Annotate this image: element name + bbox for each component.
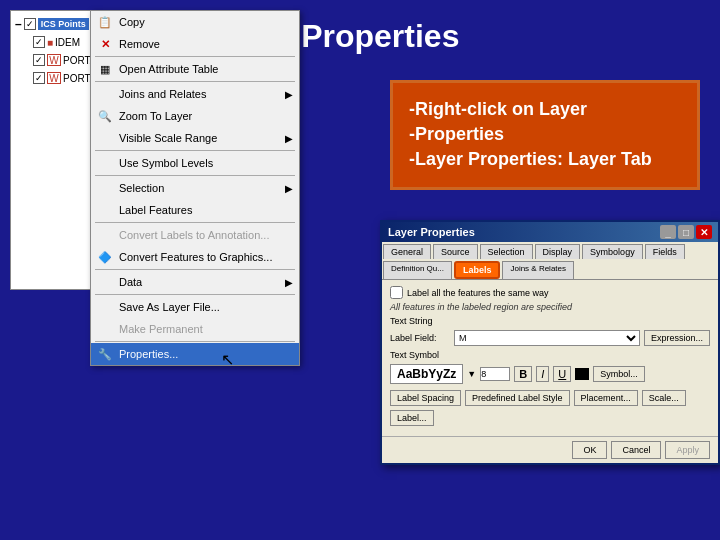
- label-features-check-label: Label all the features the same way: [407, 288, 549, 298]
- label-features-icon: [97, 202, 113, 218]
- tab-definition[interactable]: Definition Qu...: [383, 261, 452, 279]
- label-features-check-row: Label all the features the same way: [390, 286, 710, 299]
- dialog-footer: OK Cancel Apply: [382, 436, 718, 463]
- data-arrow-icon: ▶: [285, 277, 293, 288]
- text-string-row: Text String: [390, 316, 710, 326]
- text-string-label: Text String: [390, 316, 450, 326]
- label-btn[interactable]: Label...: [390, 410, 434, 426]
- menu-item-symbol-levels[interactable]: Use Symbol Levels: [91, 152, 299, 174]
- menu-item-properties[interactable]: 🔧 Properties... ↖: [91, 343, 299, 365]
- separator-8: [95, 341, 295, 342]
- menu-item-data[interactable]: Data ▶: [91, 271, 299, 293]
- menu-data-label: Data: [119, 276, 142, 288]
- separator-2: [95, 81, 295, 82]
- menu-joins-label: Joins and Relates: [119, 88, 206, 100]
- placement-btn[interactable]: Placement...: [574, 390, 638, 406]
- ok-button[interactable]: OK: [572, 441, 607, 459]
- selection-arrow-icon: ▶: [285, 183, 293, 194]
- menu-item-copy[interactable]: 📋 Copy: [91, 11, 299, 33]
- menu-item-label-features[interactable]: Label Features: [91, 199, 299, 221]
- separator-5: [95, 222, 295, 223]
- menu-item-remove[interactable]: ✕ Remove: [91, 33, 299, 55]
- symbol-btn[interactable]: Symbol...: [593, 366, 645, 382]
- remove-icon: ✕: [97, 36, 113, 52]
- font-color-picker[interactable]: [575, 368, 589, 380]
- menu-scale-range-label: Visible Scale Range: [119, 132, 217, 144]
- underline-btn[interactable]: U: [553, 366, 571, 382]
- tree-checkbox-3[interactable]: ✓: [33, 54, 45, 66]
- dialog-title: Layer Properties: [388, 226, 475, 238]
- symbol-levels-icon: [97, 155, 113, 171]
- menu-copy-label: Copy: [119, 16, 145, 28]
- menu-label-features-label: Label Features: [119, 204, 192, 216]
- font-size-input[interactable]: [480, 367, 510, 381]
- menu-properties-label: Properties...: [119, 348, 178, 360]
- dialog-minimize-btn[interactable]: _: [660, 225, 676, 239]
- dialog-tabs: General Source Selection Display Symbolo…: [382, 242, 718, 280]
- italic-btn[interactable]: I: [536, 366, 549, 382]
- separator-4: [95, 175, 295, 176]
- copy-icon: 📋: [97, 14, 113, 30]
- tree-checkbox-4[interactable]: ✓: [33, 72, 45, 84]
- convert-labels-icon: [97, 227, 113, 243]
- tab-labels[interactable]: Labels: [454, 261, 501, 279]
- properties-icon: 🔧: [97, 346, 113, 362]
- menu-item-convert-labels[interactable]: Convert Labels to Annotation...: [91, 224, 299, 246]
- tab-source[interactable]: Source: [433, 244, 478, 259]
- menu-item-make-permanent[interactable]: Make Permanent: [91, 318, 299, 340]
- label-field-label: Label Field:: [390, 333, 450, 343]
- callout-line-1: -Right-click on Layer: [409, 97, 681, 122]
- dialog-close-btn[interactable]: ✕: [696, 225, 712, 239]
- label-spacing-btn[interactable]: Label Spacing: [390, 390, 461, 406]
- menu-zoom-label: Zoom To Layer: [119, 110, 192, 122]
- separator-7: [95, 294, 295, 295]
- tab-fields[interactable]: Fields: [645, 244, 685, 259]
- bottom-btns-row: Label Spacing Predefined Label Style Pla…: [390, 390, 710, 426]
- joins-arrow-icon: ▶: [285, 89, 293, 100]
- menu-convert-features-label: Convert Features to Graphics...: [119, 251, 272, 263]
- zoom-icon: 🔍: [97, 108, 113, 124]
- menu-item-joins[interactable]: Joins and Relates ▶: [91, 83, 299, 105]
- text-symbol-label: Text Symbol: [390, 350, 450, 360]
- tree-checkbox-2[interactable]: ✓: [33, 36, 45, 48]
- dialog-maximize-btn[interactable]: □: [678, 225, 694, 239]
- label-field-select[interactable]: M: [454, 330, 640, 346]
- expression-btn[interactable]: Expression...: [644, 330, 710, 346]
- tree-icon-w2: W: [47, 72, 61, 84]
- menu-item-save-layer[interactable]: Save As Layer File...: [91, 296, 299, 318]
- tab-selection[interactable]: Selection: [480, 244, 533, 259]
- symbol-preview-row: AaBbYyZz ▼ B I U Symbol...: [390, 364, 710, 384]
- layer-props-dialog: Layer Properties _ □ ✕ General Source Se…: [380, 220, 720, 465]
- separator-6: [95, 269, 295, 270]
- scale-range-icon: [97, 130, 113, 146]
- scale-range-arrow-icon: ▶: [285, 133, 293, 144]
- label-features-checkbox[interactable]: [390, 286, 403, 299]
- menu-convert-labels-label: Convert Labels to Annotation...: [119, 229, 269, 241]
- dialog-titlebar: Layer Properties _ □ ✕: [382, 222, 718, 242]
- menu-item-convert-features[interactable]: 🔷 Convert Features to Graphics...: [91, 246, 299, 268]
- all-features-label: All features in the labeled region are s…: [390, 302, 710, 312]
- cancel-button[interactable]: Cancel: [611, 441, 661, 459]
- separator-3: [95, 150, 295, 151]
- menu-item-open-attribute[interactable]: ▦ Open Attribute Table: [91, 58, 299, 80]
- tab-symbology[interactable]: Symbology: [582, 244, 643, 259]
- save-layer-icon: [97, 299, 113, 315]
- predefined-label-btn[interactable]: Predefined Label Style: [465, 390, 570, 406]
- font-size-label: ▼: [467, 369, 476, 379]
- bold-btn[interactable]: B: [514, 366, 532, 382]
- menu-attr-label: Open Attribute Table: [119, 63, 218, 75]
- menu-item-selection[interactable]: Selection ▶: [91, 177, 299, 199]
- tree-checkbox-1[interactable]: ✓: [24, 18, 36, 30]
- tab-general[interactable]: General: [383, 244, 431, 259]
- tab-joins[interactable]: Joins & Relates: [502, 261, 574, 279]
- convert-features-icon: 🔷: [97, 249, 113, 265]
- apply-button[interactable]: Apply: [665, 441, 710, 459]
- menu-item-scale-range[interactable]: Visible Scale Range ▶: [91, 127, 299, 149]
- tab-display[interactable]: Display: [535, 244, 581, 259]
- slide-container: Set Label Properties – ✓ ICS Points ✓ ■ …: [0, 0, 720, 540]
- scale-btn[interactable]: Scale...: [642, 390, 686, 406]
- callout-line-3: -Layer Properties: Layer Tab: [409, 147, 681, 172]
- menu-item-zoom[interactable]: 🔍 Zoom To Layer: [91, 105, 299, 127]
- context-menu: 📋 Copy ✕ Remove ▦ Open Attribute Table J…: [90, 10, 300, 366]
- tree-label-1: ICS Points: [38, 18, 89, 30]
